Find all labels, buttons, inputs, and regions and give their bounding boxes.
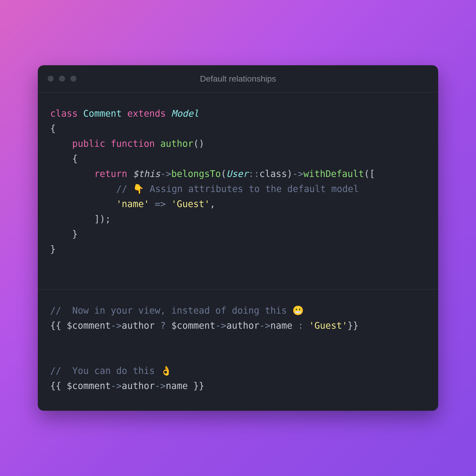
comment-slashes: // xyxy=(50,305,61,316)
code-line: } xyxy=(50,227,426,242)
indent xyxy=(50,169,94,179)
code-line: return $this->belongsTo(User::class)->wi… xyxy=(50,166,426,181)
keyword-extends: extends xyxy=(127,108,166,119)
maximize-icon[interactable] xyxy=(70,76,76,82)
ternary-question: ? xyxy=(155,320,171,331)
code-line: {{ $comment->author->name }} xyxy=(50,378,426,393)
arrow-operator: -> xyxy=(160,169,172,179)
comma: , xyxy=(210,199,215,209)
indent xyxy=(50,199,116,209)
variable-this: $this xyxy=(133,169,160,179)
code-line-blank xyxy=(50,333,426,348)
string: 'Guest' xyxy=(309,320,347,331)
code-line: // You can do this 👌 xyxy=(50,363,426,378)
fat-arrow: => xyxy=(155,199,166,209)
keyword-class: class xyxy=(50,108,78,119)
code-line-blank xyxy=(50,257,426,272)
property: author xyxy=(226,320,260,331)
string-key: 'name' xyxy=(116,199,149,209)
arrow-operator: -> xyxy=(292,169,303,179)
type-model: Model xyxy=(171,108,199,119)
function-name: author xyxy=(160,138,194,149)
parens: () xyxy=(193,138,204,149)
brace-close: } xyxy=(72,229,78,239)
template-close: }} xyxy=(188,381,204,391)
code-line: ]); xyxy=(50,212,426,227)
indent xyxy=(50,153,72,164)
arrow-operator: -> xyxy=(111,320,122,331)
code-line: 'name' => 'Guest', xyxy=(50,196,426,212)
indent xyxy=(50,184,116,194)
property-class: class xyxy=(260,169,287,179)
paren-open: ( xyxy=(221,169,226,179)
arrow-operator: -> xyxy=(215,320,226,331)
grimace-icon: 😬 xyxy=(292,305,304,316)
variable: $comment xyxy=(67,381,111,391)
arrow-operator: -> xyxy=(111,381,122,391)
code-line-blank xyxy=(50,348,426,363)
bracket-close: ]); xyxy=(94,214,111,224)
template-close: }} xyxy=(347,320,359,331)
brace-open: { xyxy=(72,153,78,164)
code-line: {{ $comment->author ? $comment->author->… xyxy=(50,318,426,333)
string-value: 'Guest' xyxy=(171,199,210,209)
code-line: public function author() xyxy=(50,136,426,151)
close-icon[interactable] xyxy=(48,76,54,82)
brace-close: } xyxy=(50,244,56,255)
comment-space xyxy=(144,184,150,194)
type-user: User xyxy=(226,169,248,179)
comment-slashes: // xyxy=(116,184,127,194)
property: name xyxy=(166,381,188,391)
ok-hand-icon: 👌 xyxy=(160,366,172,376)
property: author xyxy=(122,320,155,331)
keyword-public: public xyxy=(72,138,105,149)
variable: $comment xyxy=(171,320,215,331)
indent xyxy=(50,214,94,224)
code-line: class Comment extends Model xyxy=(50,106,426,121)
method-withdefault: withDefault xyxy=(303,169,364,179)
code-block-blade: // Now in your view, instead of doing th… xyxy=(38,289,438,411)
indent xyxy=(50,229,72,239)
comment-text: Now in your view, instead of doing this xyxy=(72,305,287,316)
method-belongsto: belongsTo xyxy=(171,169,221,179)
code-line: { xyxy=(50,151,426,166)
arrow-operator: -> xyxy=(155,381,166,391)
ternary-colon: : xyxy=(292,320,309,331)
template-open: {{ xyxy=(50,320,67,331)
comment-space xyxy=(127,184,133,194)
window-title: Default relationships xyxy=(48,74,428,84)
code-block-php: class Comment extends Model { public fun… xyxy=(38,92,438,290)
window-titlebar: Default relationships xyxy=(38,65,438,92)
arrow-operator: -> xyxy=(260,320,271,331)
keyword-function: function xyxy=(111,138,155,149)
code-line: } xyxy=(50,242,426,257)
brace-open: { xyxy=(50,123,56,134)
comment-space xyxy=(287,305,292,316)
template-open: {{ xyxy=(50,381,67,391)
comment-slashes: // xyxy=(50,366,61,376)
keyword-return: return xyxy=(94,169,127,179)
indent xyxy=(50,138,72,149)
scope-operator: :: xyxy=(248,169,260,179)
property: author xyxy=(122,381,155,391)
traffic-lights xyxy=(48,76,76,82)
comment-text: You can do this xyxy=(72,366,155,376)
comment-space xyxy=(61,366,72,376)
paren-close: ) xyxy=(287,169,292,179)
minimize-icon[interactable] xyxy=(59,76,65,82)
code-line: { xyxy=(50,121,426,136)
property: name xyxy=(270,320,292,331)
code-window: Default relationships class Comment exte… xyxy=(38,65,438,411)
code-line: // Now in your view, instead of doing th… xyxy=(50,303,426,318)
comment-text: Assign attributes to the default model xyxy=(150,184,359,194)
point-down-icon: 👇 xyxy=(133,184,144,194)
variable: $comment xyxy=(67,320,111,331)
code-line: // 👇 Assign attributes to the default mo… xyxy=(50,181,426,196)
class-name: Comment xyxy=(83,108,122,119)
bracket-open: ([ xyxy=(364,169,375,179)
comment-space xyxy=(61,305,72,316)
comment-space xyxy=(155,366,160,376)
